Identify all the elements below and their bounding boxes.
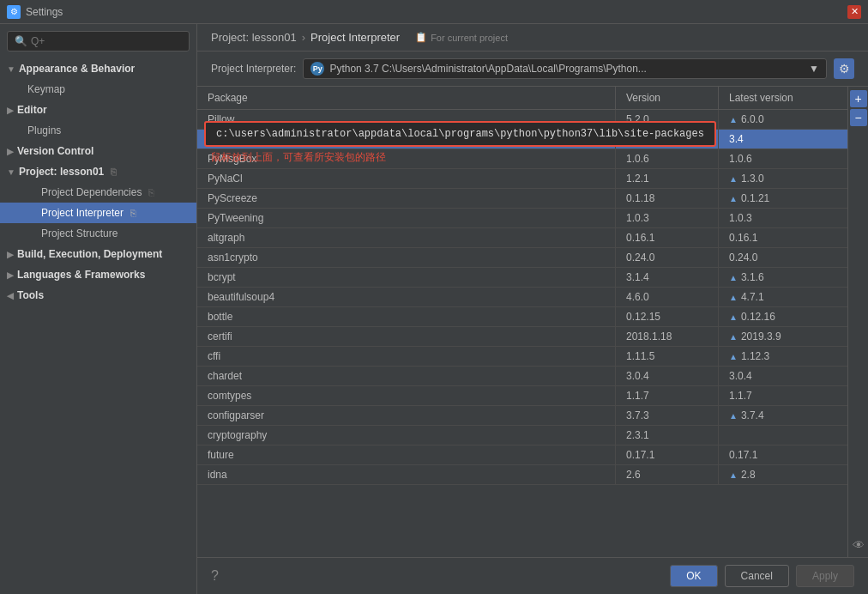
apply-button[interactable]: Apply — [796, 565, 854, 587]
table-row[interactable]: Pillow 5.2.0 ▲6.0.0 — [197, 110, 847, 130]
th-package: Package — [197, 87, 616, 109]
table-row[interactable]: PyInstaller 3.4 3.4 — [197, 130, 847, 149]
td-version: 2018.1.18 — [616, 327, 719, 346]
td-version: 0.17.1 — [616, 446, 719, 464]
table-row[interactable]: future 0.17.1 0.17.1 — [197, 446, 847, 465]
sidebar-item-label: Project Structure — [41, 227, 118, 239]
table-row[interactable]: bcrypt 3.1.4 ▲3.1.6 — [197, 268, 847, 288]
table-row[interactable]: PyNaCl 1.2.1 ▲1.3.0 — [197, 169, 847, 189]
remove-package-button[interactable]: − — [850, 109, 867, 126]
sidebar-item-project-interpreter[interactable]: Project Interpreter ⎘ — [0, 203, 196, 223]
table-row[interactable]: PyScreeze 0.1.18 ▲0.1.21 — [197, 189, 847, 209]
ok-button[interactable]: OK — [670, 565, 717, 587]
search-icon: 🔍 — [15, 35, 27, 47]
td-package: certifi — [197, 327, 616, 346]
breadcrumb-note: 📋 For current project — [415, 32, 508, 43]
table-row[interactable]: certifi 2018.1.18 ▲2019.3.9 — [197, 327, 847, 347]
td-latest: 3.0.4 — [719, 367, 847, 385]
sidebar-item-keymap[interactable]: Keymap — [0, 79, 196, 100]
eye-button[interactable]: 👁 — [850, 536, 867, 554]
td-package: configparser — [197, 406, 616, 425]
title-bar: ⚙ Settings ✕ — [0, 0, 868, 24]
table-row[interactable]: PyMsgBox 1.0.6 1.0.6 — [197, 149, 847, 169]
cancel-button[interactable]: Cancel — [725, 565, 789, 587]
td-latest — [719, 426, 847, 445]
breadcrumb-page: Project Interpreter — [310, 31, 400, 44]
content-area: Project: lesson01 › Project Interpreter … — [197, 24, 868, 594]
th-latest: Latest version — [719, 87, 847, 109]
table-row[interactable]: bottle 0.12.15 ▲0.12.16 — [197, 307, 847, 327]
td-version: 0.1.18 — [616, 189, 719, 208]
sidebar-item-plugins[interactable]: Plugins — [0, 120, 196, 141]
td-package: idna — [197, 465, 616, 484]
sidebar-item-label: Keymap — [27, 83, 65, 95]
packages-table: Package Version Latest version Pillow 5.… — [197, 87, 847, 557]
table-row[interactable]: idna 2.6 ▲2.8 — [197, 465, 847, 485]
interpreter-select[interactable]: Py Python 3.7 C:\Users\Administrator\App… — [303, 58, 827, 79]
table-row[interactable]: comtypes 1.1.7 1.1.7 — [197, 386, 847, 406]
add-package-button[interactable]: + — [850, 90, 867, 107]
sidebar-item-tools[interactable]: ◀ Tools — [0, 285, 196, 306]
sidebar-item-label: Appearance & Behavior — [19, 63, 135, 75]
td-package: PyNaCl — [197, 169, 616, 188]
td-version: 3.0.4 — [616, 367, 719, 385]
breadcrumb-sep: › — [302, 31, 305, 44]
expand-arrow: ◀ — [7, 291, 14, 300]
breadcrumb-note-text: For current project — [431, 33, 508, 43]
td-package: PyMsgBox — [197, 149, 616, 168]
td-package: cffi — [197, 347, 616, 366]
td-latest: 1.0.3 — [719, 209, 847, 227]
sidebar-item-label: Project: lesson01 — [19, 166, 104, 178]
interpreter-row: Project Interpreter: Py Python 3.7 C:\Us… — [197, 52, 868, 87]
td-package: PyScreeze — [197, 189, 616, 208]
sidebar-item-languages[interactable]: ▶ Languages & Frameworks — [0, 264, 196, 285]
table-row[interactable]: altgraph 0.16.1 0.16.1 — [197, 228, 847, 248]
sidebar-item-label: Build, Execution, Deployment — [17, 248, 162, 260]
table-row[interactable]: cryptography 2.3.1 — [197, 426, 847, 446]
table-row[interactable]: configparser 3.7.3 ▲3.7.4 — [197, 406, 847, 426]
td-package: PyTweening — [197, 209, 616, 227]
td-latest: ▲1.12.3 — [719, 347, 847, 366]
table-row[interactable]: PyTweening 1.0.3 1.0.3 — [197, 209, 847, 228]
table-row[interactable]: asn1crypto 0.24.0 0.24.0 — [197, 248, 847, 268]
table-row[interactable]: beautifulsoup4 4.6.0 ▲4.7.1 — [197, 288, 847, 307]
td-package: altgraph — [197, 228, 616, 247]
td-latest: ▲2.8 — [719, 465, 847, 484]
sidebar-item-project[interactable]: ▼ Project: lesson01 ⎘ — [0, 161, 196, 182]
search-box[interactable]: 🔍 — [7, 31, 190, 52]
table-row[interactable]: chardet 3.0.4 3.0.4 — [197, 367, 847, 386]
sidebar-item-project-structure[interactable]: Project Structure — [0, 223, 196, 244]
td-version: 0.16.1 — [616, 228, 719, 247]
td-version: 1.1.7 — [616, 386, 719, 405]
table-row[interactable]: cffi 1.11.5 ▲1.12.3 — [197, 347, 847, 367]
sidebar-item-project-deps[interactable]: Project Dependencies ⎘ — [0, 182, 196, 203]
settings-icon: ⚙ — [7, 5, 21, 19]
title-bar-title: Settings — [26, 6, 63, 18]
sidebar-item-label: Languages & Frameworks — [17, 269, 145, 281]
copy-icon: ⎘ — [111, 167, 117, 177]
close-button[interactable]: ✕ — [847, 5, 861, 19]
td-package: bcrypt — [197, 268, 616, 287]
help-button[interactable]: ? — [211, 568, 219, 584]
expand-arrow: ▶ — [7, 106, 14, 115]
title-bar-left: ⚙ Settings — [7, 5, 63, 19]
td-version: 1.2.1 — [616, 169, 719, 188]
sidebar-item-appearance[interactable]: ▼ Appearance & Behavior — [0, 58, 196, 79]
sidebar-item-build[interactable]: ▶ Build, Execution, Deployment — [0, 244, 196, 264]
bottom-bar: ? OK Cancel Apply — [197, 557, 868, 594]
td-package: cryptography — [197, 426, 616, 445]
td-version: 0.24.0 — [616, 248, 719, 267]
sidebar-item-vcs[interactable]: ▶ Version Control — [0, 141, 196, 161]
search-input[interactable] — [31, 35, 182, 47]
td-latest: 3.4 — [719, 130, 847, 148]
interpreter-gear-button[interactable]: ⚙ — [834, 58, 854, 79]
right-buttons: + − 👁 — [847, 87, 868, 557]
td-latest: ▲4.7.1 — [719, 288, 847, 306]
bottom-right-buttons: OK Cancel Apply — [670, 565, 854, 587]
td-version: 1.0.3 — [616, 209, 719, 227]
td-version: 4.6.0 — [616, 288, 719, 306]
sidebar-item-editor[interactable]: ▶ Editor — [0, 100, 196, 120]
clipboard-icon: 📋 — [415, 32, 427, 43]
td-latest: ▲1.3.0 — [719, 169, 847, 188]
td-version: 5.2.0 — [616, 110, 719, 129]
